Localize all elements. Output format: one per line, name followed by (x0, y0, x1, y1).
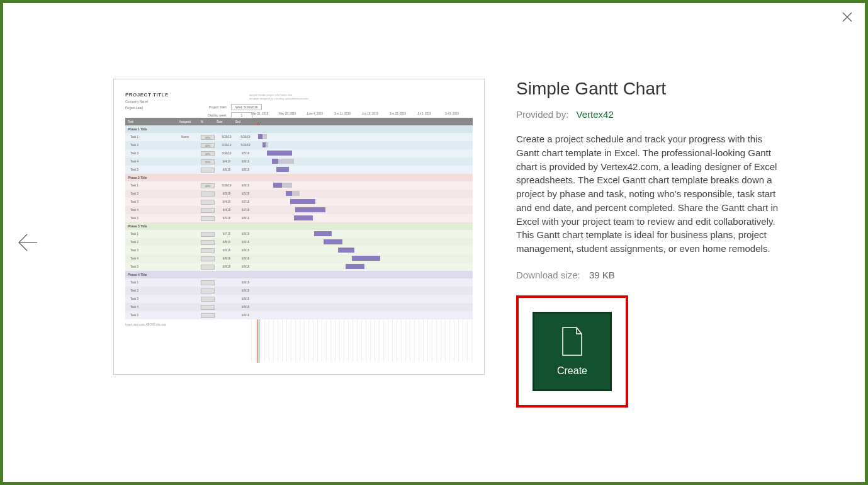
provided-by-label: Provided by: (516, 109, 568, 120)
preview-phase-header: Phase 2 Title (125, 174, 473, 181)
preview-task-row: Task 36/9/196/9/19 (125, 246, 473, 254)
preview-task-row: Task 56/5/196/8/19 (125, 214, 473, 222)
preview-task-row: Task 16/9/19 (125, 278, 473, 287)
preview-task-row: Task 1Name50%5/29/195/30/19 (125, 133, 473, 141)
preview-date-header: Jul 2, 2019 (417, 112, 445, 115)
preview-date-header: Jun 11, 2019 (334, 112, 362, 115)
preview-task-row: Task 350%5/30/196/5/19 (125, 149, 473, 157)
preview-date-header: Jul 9, 2019 (445, 112, 473, 115)
preview-task-row: Task 26/3/196/5/19 (125, 190, 473, 198)
back-arrow-icon[interactable] (16, 230, 41, 255)
template-info-panel: Simple Gantt Chart Provided by: Vertex42… (516, 79, 781, 408)
preview-task-row: Task 26/9/19 (125, 287, 473, 295)
preview-phase-header: Phase 4 Title (125, 271, 473, 278)
document-icon (560, 326, 584, 359)
preview-task-row: Task 260%5/30/195/30/19 (125, 141, 473, 149)
preview-date-header: Jun 18, 2019 (362, 112, 390, 115)
preview-phase-header: Phase 3 Title (125, 222, 473, 230)
preview-task-row: Task 150%5/30/196/3/19 (125, 181, 473, 190)
preview-task-row: Task 26/8/196/9/19 (125, 238, 473, 246)
preview-task-row: Task 425%6/4/196/9/19 (125, 157, 473, 166)
preview-task-row: Task 56/9/19 (125, 311, 473, 319)
provider-link[interactable]: Vertex42 (577, 109, 614, 120)
preview-date-header: May 28, 2019 (279, 112, 307, 115)
preview-task-row: Task 16/7/196/9/19 (125, 230, 473, 238)
download-size-label: Download size: (516, 270, 580, 280)
preview-lead: Project Lead (125, 106, 473, 110)
template-title: Simple Gantt Chart (516, 79, 781, 99)
preview-date-header: June 4, 2019 (307, 112, 334, 115)
template-preview-image: PROJECT TITLE Company Name Project Lead … (113, 79, 485, 375)
preview-task-row: Task 36/9/19 (125, 295, 473, 303)
preview-task-row: Task 56/9/196/9/19 (125, 263, 473, 271)
template-description: Create a project schedule and track your… (516, 132, 781, 256)
preview-top-note: sample header project information textte… (249, 93, 308, 100)
preview-task-row: Task 56/6/196/8/19 (125, 166, 473, 174)
preview-task-row: Task 36/4/196/7/19 (125, 198, 473, 206)
preview-task-row: Task 46/9/196/9/19 (125, 254, 473, 263)
preview-task-row: Task 46/9/19 (125, 303, 473, 311)
create-button[interactable]: Create (533, 312, 612, 391)
download-size-value: 39 KB (589, 270, 615, 280)
create-button-label: Create (557, 365, 587, 377)
create-button-highlight: Create (516, 295, 628, 408)
close-icon[interactable] (841, 11, 854, 23)
template-preview-dialog: PROJECT TITLE Company Name Project Lead … (0, 0, 868, 485)
preview-date-header: Jun 25, 2019 (390, 112, 417, 115)
preview-task-row: Task 46/4/196/7/19 (125, 206, 473, 214)
preview-phase-header: Phase 1 Title (125, 125, 473, 133)
